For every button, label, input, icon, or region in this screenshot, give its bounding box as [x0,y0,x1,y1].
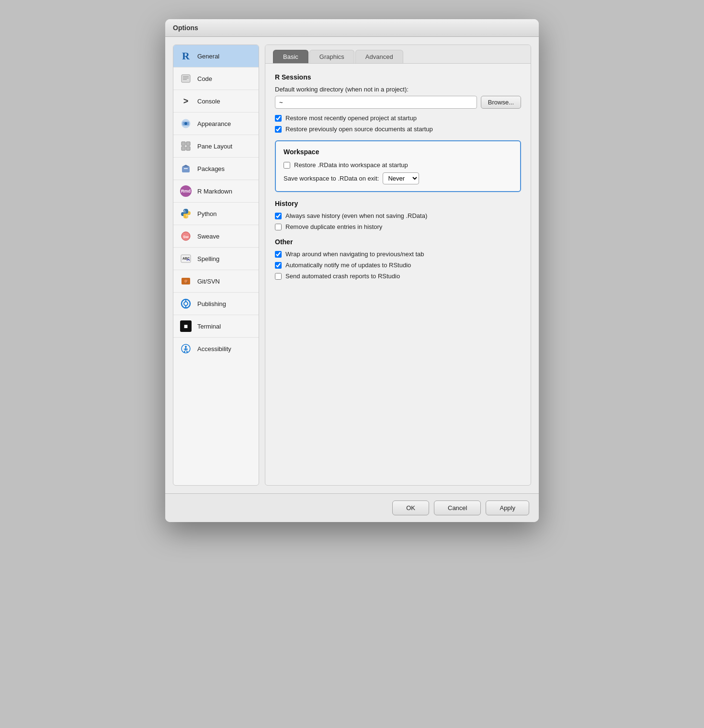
sidebar-item-r-markdown[interactable]: Rmd R Markdown [173,180,259,203]
remove-duplicates-checkbox[interactable] [275,224,282,230]
svg-point-20 [184,280,187,283]
svg-marker-12 [182,165,190,167]
tab-basic[interactable]: Basic [273,50,308,63]
terminal-icon: ■ [179,319,193,333]
sidebar-item-git-svn[interactable]: 📦 Git/SVN [173,270,259,293]
sidebar-item-terminal[interactable]: ■ Terminal [173,315,259,338]
sidebar-item-pane-layout[interactable]: Pane Layout [173,135,259,158]
dialog-titlebar: Options [165,19,539,37]
spelling-icon: ABC [179,252,193,265]
always-save-row: Always save history (even when not savin… [275,212,521,219]
svg-point-6 [184,122,187,125]
history-section: History Always save history (even when n… [275,200,521,230]
sweave-icon: Sw [179,229,193,243]
svg-rect-11 [182,167,190,172]
cancel-button[interactable]: Cancel [434,500,481,515]
always-save-label[interactable]: Always save history (even when not savin… [285,212,427,219]
appearance-icon [179,117,193,130]
sidebar-item-appearance[interactable]: Appearance [173,113,259,135]
tab-bar: Basic Graphics Advanced [265,45,531,64]
remove-duplicates-row: Remove duplicate entries in history [275,223,521,230]
workspace-title: Workspace [284,148,512,156]
sidebar-item-sweave[interactable]: Sw Sweave [173,225,259,248]
workspace-section: Workspace Restore .RData into workspace … [275,140,521,192]
sidebar-item-python[interactable]: Python [173,203,259,225]
other-title: Other [275,238,521,246]
r-sessions-section: R Sessions Default working directory (wh… [275,73,521,133]
send-crash-checkbox[interactable] [275,273,282,280]
svg-point-26 [185,346,187,348]
tab-graphics[interactable]: Graphics [309,50,354,63]
sidebar-label-git-svn: Git/SVN [197,278,220,285]
restore-source-row: Restore previously open source documents… [275,125,521,133]
working-dir-row: Browse... [275,96,521,109]
wrap-around-checkbox[interactable] [275,251,282,258]
dialog-footer: OK Cancel Apply [165,493,539,522]
tab-advanced[interactable]: Advanced [355,50,403,63]
code-icon [179,72,193,85]
sidebar-item-packages[interactable]: Packages [173,158,259,180]
sidebar-label-spelling: Spelling [197,255,219,262]
save-workspace-label: Save workspace to .RData on exit: [284,175,379,182]
auto-notify-row: Automatically notify me of updates to RS… [275,262,521,269]
sidebar-item-publishing[interactable]: Publishing [173,293,259,315]
remove-duplicates-label[interactable]: Remove duplicate entries in history [285,223,382,230]
auto-notify-checkbox[interactable] [275,262,282,269]
sidebar-label-publishing: Publishing [197,300,226,307]
rmd-icon: Rmd [179,184,193,198]
wrap-around-label[interactable]: Wrap around when navigating to previous/… [285,250,424,258]
svg-rect-7 [182,142,185,146]
sidebar: R General Code > Console [173,45,259,486]
sidebar-label-console: Console [197,98,220,105]
restore-source-label[interactable]: Restore previously open source documents… [285,125,433,133]
working-dir-input[interactable] [275,96,477,109]
main-content: Basic Graphics Advanced R Sessions Defau… [265,45,531,486]
save-workspace-select[interactable]: Never Always Ask [383,172,419,184]
ok-button[interactable]: OK [392,500,429,515]
sidebar-label-sweave: Sweave [197,233,219,240]
sidebar-label-code: Code [197,75,212,82]
send-crash-label[interactable]: Send automated crash reports to RStudio [285,273,400,280]
save-workspace-row: Save workspace to .RData on exit: Never … [284,172,512,184]
svg-text:Sw: Sw [183,235,189,239]
always-save-checkbox[interactable] [275,213,282,219]
sidebar-item-accessibility[interactable]: Accessibility [173,338,259,360]
pane-layout-icon [179,139,193,153]
svg-line-29 [184,351,185,353]
auto-notify-label[interactable]: Automatically notify me of updates to RS… [285,262,411,269]
svg-rect-0 [182,75,190,82]
sidebar-item-code[interactable]: Code [173,68,259,90]
sidebar-item-general[interactable]: R General [173,45,259,68]
git-icon: 📦 [179,274,193,288]
restore-project-row: Restore most recently opened project at … [275,114,521,122]
r-sessions-title: R Sessions [275,73,521,81]
dialog-body: R General Code > Console [165,37,539,493]
history-title: History [275,200,521,207]
content-area: R Sessions Default working directory (wh… [265,64,531,485]
options-dialog: Options R General Code > Console [165,19,539,522]
sidebar-item-console[interactable]: > Console [173,90,259,113]
sidebar-label-general: General [197,53,219,60]
publishing-icon [179,297,193,310]
restore-rdata-label[interactable]: Restore .RData into workspace at startup [294,161,408,169]
packages-icon [179,162,193,175]
restore-project-label[interactable]: Restore most recently opened project at … [285,114,417,122]
restore-rdata-checkbox[interactable] [284,162,290,169]
r-icon: R [179,49,193,63]
python-icon [179,207,193,220]
svg-point-22 [184,302,188,306]
wrap-around-row: Wrap around when navigating to previous/… [275,250,521,258]
apply-button[interactable]: Apply [486,500,529,515]
browse-button[interactable]: Browse... [481,96,521,109]
restore-source-checkbox[interactable] [275,126,282,133]
working-dir-label: Default working directory (when not in a… [275,86,521,93]
sidebar-label-terminal: Terminal [197,323,221,330]
sidebar-item-spelling[interactable]: ABC Spelling [173,248,259,270]
dialog-title: Options [173,24,198,32]
svg-rect-9 [182,147,185,150]
restore-project-checkbox[interactable] [275,115,282,122]
sidebar-label-appearance: Appearance [197,120,231,127]
sidebar-label-packages: Packages [197,165,225,172]
svg-rect-8 [186,142,190,146]
console-icon: > [179,94,193,108]
